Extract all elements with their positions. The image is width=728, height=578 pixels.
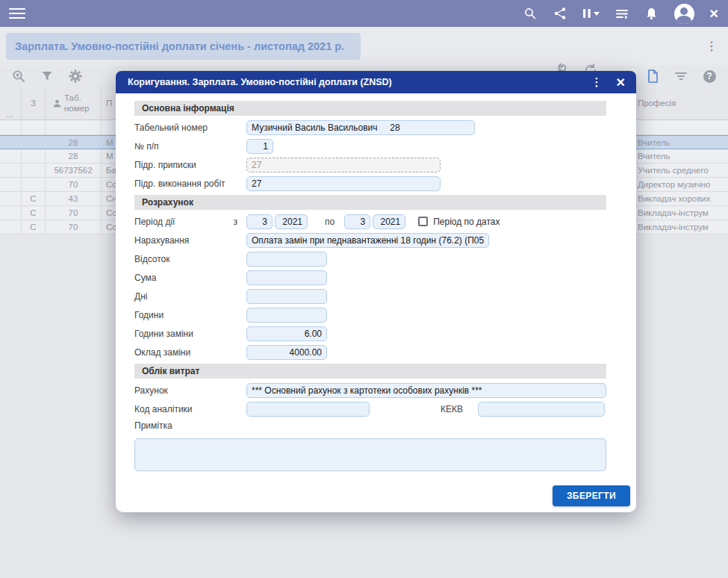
- pidr-prypysky-input: [246, 158, 441, 173]
- pidr-vykonannya-input[interactable]: [246, 176, 441, 191]
- period-from-month-input[interactable]: [246, 214, 273, 229]
- oklad-zaminy-input[interactable]: [246, 345, 327, 360]
- zoom-icon[interactable]: [10, 68, 27, 84]
- share-icon[interactable]: [553, 6, 567, 21]
- topbar: ✕: [0, 0, 728, 27]
- menu-icon[interactable]: [9, 5, 25, 22]
- save-button[interactable]: ЗБЕРЕГТИ: [553, 485, 630, 506]
- npp-input[interactable]: [246, 139, 273, 154]
- filter-lines-icon[interactable]: [673, 68, 689, 84]
- column-header-profession[interactable]: Професія: [633, 87, 728, 119]
- field-label-tab-number: Табельний номер: [134, 122, 246, 133]
- tab-number-input[interactable]: [246, 120, 475, 135]
- tab-kebab-menu-icon[interactable]: ⋮: [706, 40, 718, 52]
- field-label-kekv: КЕКВ: [441, 404, 463, 414]
- section-main-info: Основна інформація: [134, 101, 606, 116]
- tab-zarplata[interactable]: Зарплата. Умовно-постійні доплати січень…: [6, 33, 361, 60]
- period-by-dates-label: Період по датах: [433, 217, 500, 227]
- search-icon[interactable]: [523, 6, 538, 21]
- godyny-input[interactable]: [246, 308, 327, 323]
- field-label-period: Період дії: [134, 217, 175, 227]
- document-icon[interactable]: [644, 68, 661, 84]
- section-cost-accounting: Облік витрат: [134, 364, 606, 379]
- field-label-rahunok: Рахунок: [134, 385, 246, 396]
- vidsotok-input[interactable]: [246, 252, 327, 267]
- column-header-dots[interactable]: ...: [0, 87, 21, 119]
- column-header-z[interactable]: З: [21, 87, 45, 119]
- edit-dialog: Коригування. Зарплата. Умовно-постійні д…: [116, 71, 636, 512]
- field-label-godyny: Години: [134, 310, 246, 320]
- period-to-label: по: [325, 217, 335, 227]
- kod-analityky-input[interactable]: [246, 402, 370, 417]
- dialog-close-icon[interactable]: ✕: [616, 75, 626, 90]
- kekv-input[interactable]: [478, 402, 605, 417]
- tab-title: Зарплата. Умовно-постійні доплати січень…: [15, 40, 344, 52]
- filter-funnel-icon[interactable]: [39, 68, 55, 84]
- suma-input[interactable]: [246, 270, 327, 285]
- field-label-suma: Сума: [134, 273, 246, 283]
- period-from-year-input[interactable]: [275, 214, 308, 229]
- field-label-kod-analityky: Код аналітики: [134, 404, 246, 414]
- period-to-month-input[interactable]: [344, 214, 370, 229]
- field-label-narahuvannya: Нарахування: [134, 235, 246, 246]
- field-label-pidr-prypysky: Підр. приписки: [134, 160, 246, 170]
- prymitka-textarea[interactable]: [134, 438, 606, 471]
- dni-input[interactable]: [246, 289, 327, 304]
- period-by-dates-checkbox[interactable]: [418, 217, 428, 226]
- field-label-vidsotok: Відсоток: [134, 254, 246, 264]
- field-label-godyny-zaminy: Години заміни: [134, 329, 246, 339]
- dialog-header: Коригування. Зарплата. Умовно-постійні д…: [116, 71, 636, 93]
- close-icon[interactable]: ✕: [709, 7, 719, 21]
- field-label-prymitka: Примітка: [134, 420, 246, 431]
- period-to-year-input[interactable]: [373, 214, 405, 229]
- account-avatar[interactable]: [674, 4, 694, 24]
- pause-icon[interactable]: [582, 7, 600, 19]
- field-label-npp: № п/п: [134, 141, 246, 152]
- gear-icon[interactable]: [67, 68, 84, 84]
- bell-icon[interactable]: [644, 6, 659, 21]
- tab-bar: Зарплата. Умовно-постійні доплати січень…: [0, 27, 728, 66]
- section-calculation: Розрахунок: [134, 195, 606, 210]
- queue-icon[interactable]: [615, 6, 629, 21]
- chevron-down-icon: [594, 12, 600, 16]
- column-header-tab-number[interactable]: Таб. номер: [45, 87, 101, 119]
- field-label-pidr-vykonannya: Підр. виконання робіт: [134, 178, 246, 189]
- field-label-oklad-zaminy: Оклад заміни: [134, 347, 246, 358]
- godyny-zaminy-input[interactable]: [246, 326, 327, 341]
- dialog-kebab-menu-icon[interactable]: ⋮: [591, 75, 603, 89]
- rahunok-input[interactable]: [246, 383, 606, 398]
- dialog-title: Коригування. Зарплата. Умовно-постійні д…: [128, 77, 392, 87]
- period-from-label: з: [233, 217, 237, 227]
- person-icon: [52, 99, 62, 108]
- help-icon[interactable]: ?: [701, 68, 718, 84]
- field-label-dni: Дні: [134, 291, 246, 302]
- narahuvannya-input[interactable]: [246, 233, 489, 248]
